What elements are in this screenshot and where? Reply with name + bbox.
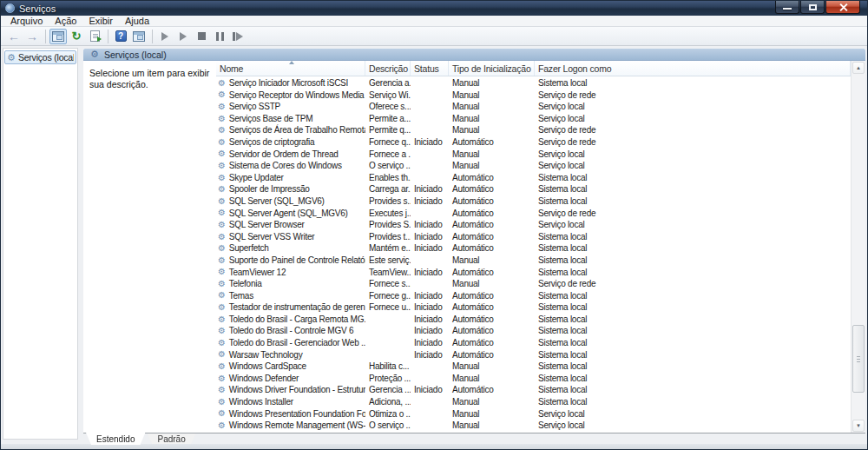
service-logon-as: Sistema local xyxy=(535,242,851,255)
table-row[interactable]: ⚙ Temas Fornece g... Iniciado Automático… xyxy=(216,290,851,302)
menu-exibir[interactable]: Exibir xyxy=(82,16,119,27)
maximize-button[interactable] xyxy=(800,1,825,14)
start-service-button[interactable] xyxy=(156,29,174,44)
column-header-tipo-inicializacao[interactable]: Tipo de Inicialização xyxy=(449,61,535,76)
service-name: Serviços de criptografia xyxy=(229,136,315,149)
help-button[interactable]: ? xyxy=(112,29,129,44)
service-name: Telefonia xyxy=(229,278,262,290)
refresh-button[interactable]: ↻ xyxy=(68,29,85,44)
vertical-scrollbar[interactable]: ▲ ▼ xyxy=(851,61,865,433)
table-row[interactable]: ⚙ Serviços Base de TPM Permite a... Manu… xyxy=(216,113,851,125)
table-row[interactable]: ⚙ Toledo do Brasil - Carga Remota MG... … xyxy=(216,314,851,326)
service-name: Testador de instrumentação de geren... xyxy=(229,301,365,314)
back-button[interactable]: ← xyxy=(5,29,23,44)
table-row[interactable]: ⚙ Skype Updater Enables th... Automático… xyxy=(216,172,851,184)
pause-service-button[interactable] xyxy=(211,29,228,44)
service-logon-as: Sistema local xyxy=(535,290,851,302)
table-row[interactable]: ⚙ Windows CardSpace Habilita c... Manual… xyxy=(216,361,851,373)
table-row[interactable]: ⚙ TeamViewer 12 TeamView... Iniciado Aut… xyxy=(216,267,851,279)
service-description xyxy=(365,337,411,349)
minimize-button[interactable] xyxy=(775,1,799,14)
service-name-cell: ⚙ TeamViewer 12 xyxy=(216,267,365,279)
column-header-nome[interactable]: Nome xyxy=(216,61,365,76)
service-status xyxy=(411,278,449,290)
table-row[interactable]: ⚙ Warsaw Technology Iniciado Automático … xyxy=(216,349,851,361)
menu-ajuda[interactable]: Ajuda xyxy=(119,16,155,27)
service-name-cell: ⚙ Testador de instrumentação de geren... xyxy=(216,301,365,314)
column-header-status[interactable]: Status xyxy=(411,61,449,76)
close-icon xyxy=(839,3,847,11)
service-logon-as: Sistema local xyxy=(535,314,851,326)
service-startup-type: Automático xyxy=(449,267,535,279)
scrollbar-thumb[interactable] xyxy=(852,325,865,393)
show-properties-button[interactable] xyxy=(130,29,148,44)
table-row[interactable]: ⚙ Serviços de criptografia Fornece q... … xyxy=(216,136,851,149)
table-row[interactable]: ⚙ Windows Installer Adiciona, ... Manual… xyxy=(216,396,851,408)
service-logon-as: Sistema local xyxy=(535,337,851,349)
service-status: Iniciado xyxy=(411,325,449,337)
table-row[interactable]: ⚙ Suporte do Painel de Controle Relatór.… xyxy=(216,255,851,267)
service-logon-as: Sistema local xyxy=(535,195,851,208)
scrollbar-down-button[interactable]: ▼ xyxy=(852,420,865,432)
column-header-row: Nome Descrição Status Tipo de Inicializa… xyxy=(216,61,851,76)
menu-acao[interactable]: Ação xyxy=(49,16,82,27)
table-row[interactable]: ⚙ Windows Remote Management (WS-... O se… xyxy=(216,420,851,432)
service-name-cell: ⚙ Telefonia xyxy=(216,278,365,290)
resume-service-button[interactable] xyxy=(174,29,192,44)
table-row[interactable]: ⚙ SQL Server Browser Provides S... Inici… xyxy=(216,219,851,231)
table-row[interactable]: ⚙ Sistema de Cores do Windows O serviço … xyxy=(216,160,851,172)
table-row[interactable]: ⚙ Serviço Iniciador Microsoft iSCSI Gere… xyxy=(216,77,851,89)
table-row[interactable]: ⚙ Spooler de Impressão Carrega ar... Ini… xyxy=(216,183,851,195)
export-list-button[interactable] xyxy=(86,29,103,44)
service-gear-icon: ⚙ xyxy=(218,115,226,123)
menu-arquivo[interactable]: Arquivo xyxy=(4,16,49,27)
close-button[interactable] xyxy=(825,1,860,14)
table-row[interactable]: ⚙ Windows Presentation Foundation Fo... … xyxy=(216,408,851,420)
service-logon-as: Serviço local xyxy=(535,101,851,113)
table-row[interactable]: ⚙ Toledo do Brasil - Controle MGV 6 Inic… xyxy=(216,325,851,337)
table-row[interactable]: ⚙ Windows Defender Proteção ... Manual S… xyxy=(216,373,851,385)
service-description: Fornece s... xyxy=(365,278,411,290)
service-logon-as: Serviço local xyxy=(535,149,851,161)
table-row[interactable]: ⚙ Testador de instrumentação de geren...… xyxy=(216,301,851,314)
tab-estendido[interactable]: Estendido xyxy=(86,433,145,445)
titlebar[interactable]: Serviços xyxy=(1,1,867,16)
table-row[interactable]: ⚙ SQL Server VSS Writer Provides t... In… xyxy=(216,231,851,243)
table-row[interactable]: ⚙ Windows Driver Foundation - Estrutur..… xyxy=(216,384,851,396)
service-description: Enables th... xyxy=(365,172,411,184)
service-logon-as: Sistema local xyxy=(535,172,851,184)
table-row[interactable]: ⚙ Superfetch Mantém e... Iniciado Automá… xyxy=(216,242,851,255)
table-row[interactable]: ⚙ Toledo do Brasil - Gerenciador Web ...… xyxy=(216,337,851,349)
service-description: Fornece u... xyxy=(365,301,411,314)
window-controls xyxy=(774,1,860,14)
service-logon-as: Sistema local xyxy=(535,301,851,314)
window-title: Serviços xyxy=(19,3,56,14)
service-name-cell: ⚙ Servidor de Ordem de Thread xyxy=(216,149,365,161)
scrollbar-up-button[interactable]: ▲ xyxy=(852,62,865,74)
table-row[interactable]: ⚙ SQL Server Agent (SQL_MGV6) Executes j… xyxy=(216,208,851,220)
service-name: Serviços de Área de Trabalho Remota xyxy=(229,124,365,136)
column-header-fazer-logon-como[interactable]: Fazer Logon como xyxy=(535,61,851,76)
table-row[interactable]: ⚙ Serviços de Área de Trabalho Remota Pe… xyxy=(216,124,851,136)
forward-button[interactable]: → xyxy=(23,29,41,44)
service-name-cell: ⚙ Sistema de Cores do Windows xyxy=(216,160,365,172)
table-row[interactable]: ⚙ Serviço SSTP Oferece s... Manual Servi… xyxy=(216,101,851,113)
table-row[interactable]: ⚙ SQL Server (SQL_MGV6) Provides s... In… xyxy=(216,195,851,208)
stop-service-button[interactable] xyxy=(193,29,210,44)
selection-hint-text: Selecione um item para exibir sua descri… xyxy=(89,68,211,90)
tree-item-servicos-local[interactable]: ⚙ Serviços (local) xyxy=(4,50,76,64)
table-row[interactable]: ⚙ Serviço Receptor do Windows Media ... … xyxy=(216,89,851,102)
service-gear-icon: ⚙ xyxy=(218,291,226,300)
table-row[interactable]: ⚙ Servidor de Ordem de Thread Fornece a … xyxy=(216,149,851,161)
service-name: SQL Server (SQL_MGV6) xyxy=(229,195,325,208)
service-name-cell: ⚙ Serviço Iniciador Microsoft iSCSI xyxy=(216,77,365,89)
table-row[interactable]: ⚙ Telefonia Fornece s... Manual Serviço … xyxy=(216,278,851,290)
service-name: Windows Defender xyxy=(229,373,299,385)
restart-service-button[interactable] xyxy=(229,29,247,44)
service-name: Temas xyxy=(229,290,253,302)
toolbar: ← → ↻ ? xyxy=(1,27,867,46)
show-console-tree-button[interactable] xyxy=(49,29,67,44)
service-status: Iniciado xyxy=(411,183,449,195)
column-header-descricao[interactable]: Descrição xyxy=(365,61,411,76)
service-name-cell: ⚙ Warsaw Technology xyxy=(216,349,365,361)
